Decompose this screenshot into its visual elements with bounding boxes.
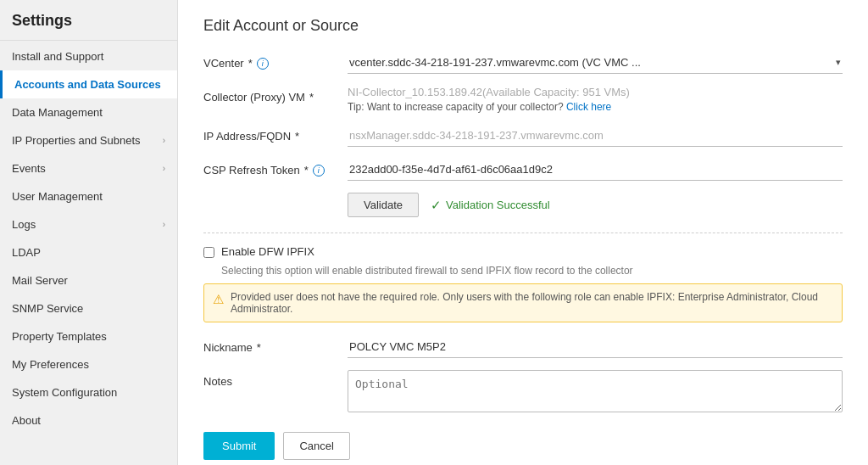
sidebar: Settings Install and SupportAccounts and… [0,0,178,465]
warning-box: ⚠ Provided user does not have the requir… [203,283,843,322]
sidebar-item-ldap[interactable]: LDAP [0,238,177,266]
csp-token-label: CSP Refresh Token * i [203,159,348,176]
notes-row: Notes [203,370,843,415]
nickname-row: Nickname * [203,336,843,358]
collector-field: NI-Collector_10.153.189.42(Available Cap… [348,86,843,113]
validate-row: Validate ✓ Validation Successful [348,193,843,217]
sidebar-item-data-management[interactable]: Data Management [0,98,177,126]
collector-tip: Tip: Want to increase capacity of your c… [348,101,843,113]
csp-token-info-icon[interactable]: i [313,165,325,176]
main-content: Edit Account or Source VCenter * i vcent… [178,0,868,465]
ip-address-row: IP Address/FQDN * [203,125,843,147]
sidebar-item-label: About [12,414,41,427]
sidebar-item-label: User Management [12,190,103,203]
check-circle-icon: ✓ [431,198,442,213]
dfw-checkbox[interactable] [203,247,214,258]
sidebar-item-label: IP Properties and Subnets [12,134,141,147]
validation-message: Validation Successful [446,199,550,211]
validate-button[interactable]: Validate [348,193,419,217]
sidebar-item-label: Install and Support [12,50,103,63]
notes-field[interactable] [348,370,843,415]
chevron-right-icon: › [163,220,165,229]
sidebar-item-system-configuration[interactable]: System Configuration [0,378,177,406]
cancel-button[interactable]: Cancel [283,432,349,460]
notes-label: Notes [203,370,348,388]
nickname-field[interactable] [348,336,843,358]
sidebar-item-logs[interactable]: Logs› [0,210,177,238]
collector-label: Collector (Proxy) VM * [203,86,348,104]
warning-text: Provided user does not have the required… [231,291,833,315]
csp-token-row: CSP Refresh Token * i [203,159,843,181]
chevron-down-icon: ▾ [836,57,841,68]
sidebar-item-snmp-service[interactable]: SNMP Service [0,294,177,322]
sidebar-item-property-templates[interactable]: Property Templates [0,322,177,350]
ip-address-input[interactable] [348,125,843,147]
submit-button[interactable]: Submit [203,432,275,460]
sidebar-item-label: System Configuration [12,386,117,399]
submit-row: Submit Cancel [203,432,843,460]
sidebar-item-label: Events [12,162,46,175]
vcenter-value: vcenter.sddc-34-218-191-237.vmwarevmc.co… [349,56,831,69]
ip-address-label: IP Address/FQDN * [203,125,348,143]
sidebar-item-label: Mail Server [12,274,68,287]
vcenter-label: VCenter * i [203,52,348,70]
sidebar-item-install-support[interactable]: Install and Support [0,42,177,70]
sidebar-item-label: LDAP [12,246,41,259]
nickname-input[interactable] [348,336,843,358]
chevron-right-icon: › [163,136,165,145]
sidebar-item-user-management[interactable]: User Management [0,182,177,210]
sidebar-item-label: My Preferences [12,358,89,371]
vcenter-dropdown[interactable]: vcenter.sddc-34-218-191-237.vmwarevmc.co… [348,52,843,74]
sidebar-item-label: Logs [12,218,36,231]
sidebar-item-label: Accounts and Data Sources [14,78,161,91]
page-title: Edit Account or Source [203,17,843,35]
vcenter-info-icon[interactable]: i [257,58,269,70]
sidebar-title: Settings [0,0,177,38]
csp-token-field[interactable] [348,159,843,181]
sidebar-item-about[interactable]: About [0,406,177,434]
dfw-checkbox-label[interactable]: Enable DFW IPFIX [221,245,314,258]
collector-placeholder-text: NI-Collector_10.153.189.42(Available Cap… [348,86,843,98]
sidebar-item-label: Property Templates [12,330,107,343]
nickname-label: Nickname * [203,336,348,354]
sidebar-item-accounts-data-sources[interactable]: Accounts and Data Sources [0,70,177,98]
sidebar-item-label: Data Management [12,106,103,119]
sidebar-item-mail-server[interactable]: Mail Server [0,266,177,294]
dfw-checkbox-row: Enable DFW IPFIX [203,245,843,258]
sidebar-item-my-preferences[interactable]: My Preferences [0,350,177,378]
ip-address-field[interactable] [348,125,843,147]
warning-icon: ⚠ [213,292,224,307]
csp-token-input[interactable] [348,159,843,181]
validation-success: ✓ Validation Successful [431,198,550,213]
section-divider [203,232,843,233]
sidebar-item-label: SNMP Service [12,302,83,315]
click-here-link[interactable]: Click here [566,101,611,113]
dfw-checkbox-desc: Selecting this option will enable distri… [221,265,843,277]
sidebar-item-ip-properties[interactable]: IP Properties and Subnets› [0,126,177,154]
vcenter-field: vcenter.sddc-34-218-191-237.vmwarevmc.co… [348,52,843,74]
notes-textarea[interactable] [348,370,843,412]
chevron-right-icon: › [163,164,165,173]
sidebar-item-events[interactable]: Events› [0,154,177,182]
collector-row: Collector (Proxy) VM * NI-Collector_10.1… [203,86,843,113]
vcenter-row: VCenter * i vcenter.sddc-34-218-191-237.… [203,52,843,74]
